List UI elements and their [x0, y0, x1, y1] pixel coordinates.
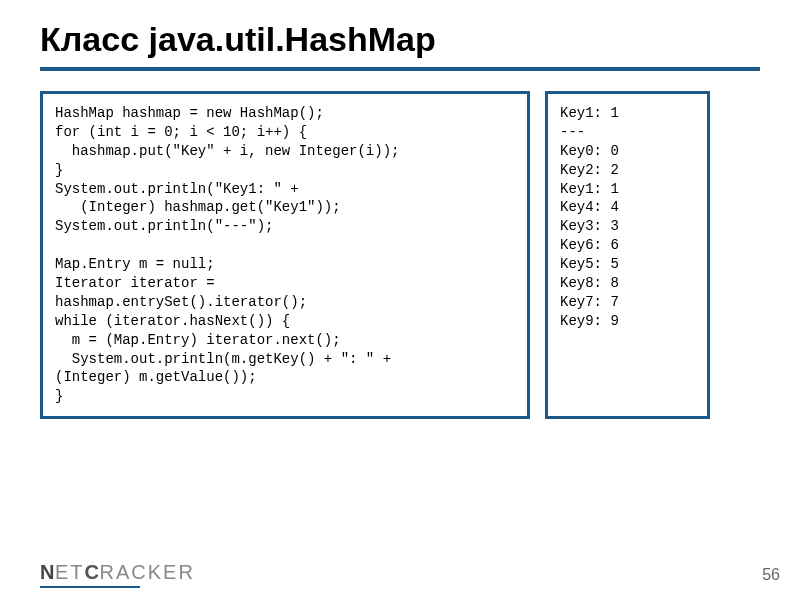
brand-c: C — [85, 561, 100, 583]
slide-title: Класс java.util.HashMap — [40, 20, 760, 71]
page-number: 56 — [762, 566, 780, 584]
brand-n: N — [40, 561, 55, 583]
brand-et: ET — [55, 561, 85, 583]
brand-racker: RACKER — [99, 561, 194, 583]
code-block-output: Key1: 1 --- Key0: 0 Key2: 2 Key1: 1 Key4… — [545, 91, 710, 419]
brand-logo: NETCRACKER — [40, 561, 195, 588]
content-row: HashMap hashmap = new HashMap(); for (in… — [40, 91, 760, 419]
slide: Класс java.util.HashMap HashMap hashmap … — [0, 0, 800, 600]
code-block-left: HashMap hashmap = new HashMap(); for (in… — [40, 91, 530, 419]
brand-underline — [40, 586, 140, 588]
brand-text: NETCRACKER — [40, 561, 195, 584]
footer: NETCRACKER 56 — [40, 561, 780, 588]
